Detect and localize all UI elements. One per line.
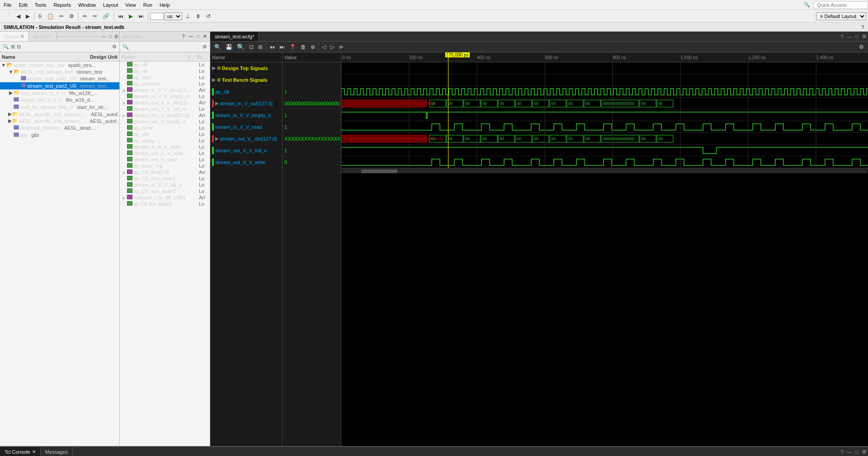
obj-item-17[interactable]: ▶ap_CS_fsm[2:0]Arr [120,169,210,175]
obj-item-0[interactable]: ap_clkLo [120,61,210,68]
obj-expand-6[interactable]: ▶ [122,100,127,105]
obj-item-19[interactable]: stream_in_V_V_blk_nLo [120,182,210,188]
obj-settings-btn[interactable]: ⚙ [202,44,208,50]
tab-messages[interactable]: Messages [41,447,73,456]
obj-item-15[interactable]: stream_len_V_readLo [120,156,210,163]
console-minimize[interactable]: — [845,449,854,455]
wave-name-4[interactable]: stream_in_V_V_empty_n [210,109,282,121]
tree-item-10[interactable]: glblglbl [0,132,119,139]
scope-collapse-btn[interactable]: ⊟ [16,44,22,50]
menu-window[interactable]: Window [75,1,99,9]
obj-item-18[interactable]: ap_CS_fsm_state1Lo [120,175,210,182]
wave-btn2[interactable]: ▷ [328,42,337,52]
tree-item-7[interactable]: ▶📁AESL_autofifo_inst_stream_i...AESL_aut… [0,111,119,118]
tree-item-5[interactable]: stream_len_V_c_Ufifo_w16_d... [0,96,119,103]
obj-item-14[interactable]: stream_out_V_V_writeLo [120,150,210,156]
wave-del-marker-btn[interactable]: 🗑 [298,42,308,52]
tree-expand-8[interactable]: ▶ [8,118,12,124]
obj-item-13[interactable]: stream_in_V_V_readLo [120,144,210,150]
left-panel-expand[interactable]: ⊞ [113,34,119,39]
down-btn[interactable]: ⊥ [183,11,192,21]
tree-item-3[interactable]: stream_test_part2_U0stream_test... [0,82,119,89]
link-btn[interactable]: 🔗 [100,11,112,21]
left-panel-maximize[interactable]: □ [108,34,113,39]
wave-group-expand-0[interactable]: ▶ [212,65,216,71]
console-maximize[interactable]: □ [854,449,860,455]
menu-layout[interactable]: Layout [99,1,122,9]
wave-cursor-btn[interactable]: ⊕ [308,42,317,52]
obj-item-4[interactable]: ▶stream_in_V_V_dout[12...Arr [120,87,210,93]
obj-expand-4[interactable]: ▶ [122,88,127,93]
tab-scope[interactable]: Scope ✕ [0,32,29,41]
menu-run[interactable]: Run [140,1,156,9]
tree-item-6[interactable]: start_for_stream_bkb_Ustart_for_str... [0,103,119,111]
tree-item-2[interactable]: stream_test_part1_U0stream_test... [0,75,119,82]
obj-item-8[interactable]: ▶stream_len_V_dout[15:0]Arr [120,112,210,118]
wave-maximize[interactable]: □ [854,34,860,39]
obj-item-9[interactable]: stream_len_V_empty_nLo [120,118,210,125]
wave-name-3[interactable]: ▶stream_in_V_out[127:0] [210,98,282,109]
tree-expand-4[interactable]: ▶ [8,90,14,96]
help-icon[interactable]: ? [861,24,864,30]
wave-graph-area[interactable]: 375,000 ps 0 ns 200 ns 400 ns 600 ns 800… [341,52,868,446]
copy-btn[interactable]: ⎘ [36,11,44,21]
layout-select[interactable]: ≡ Default Layout [816,12,866,20]
obj-expand-8[interactable]: ▶ [122,113,127,118]
left-panel-minimize[interactable]: — [100,34,108,39]
wave-name-5[interactable]: stream_in_V_V_read [210,121,282,133]
tab-tcl-console[interactable]: Tcl Console ✕ [0,447,41,456]
back-btn[interactable]: ◀ [14,11,23,21]
tree-expand-1[interactable]: ▼ [8,69,14,75]
obj-expand-21[interactable]: ▶ [122,195,127,200]
wave-settings-btn[interactable]: ⚙ [857,42,866,52]
compile-btn[interactable]: ✏ [80,11,90,21]
wave-group-expand-1[interactable]: ▶ [212,77,216,83]
wave-zoom-range-btn[interactable]: ⊞ [256,42,265,52]
wave-fit-btn[interactable]: ⊡ [247,42,256,52]
wave-sig-expand-3[interactable]: ▶ [215,101,219,106]
tree-expand-7[interactable]: ▶ [8,111,12,117]
tree-item-0[interactable]: ▼📂apatb_stream_test_topapatb_stra... [0,61,119,68]
wave-name-8[interactable]: stream_out_V_V_write [210,156,282,168]
menu-tools[interactable]: Tools [31,1,50,9]
objects-help[interactable]: ? [181,34,186,39]
wave-expand[interactable]: ⊞ [860,33,868,39]
menu-reports[interactable]: Reports [50,1,75,9]
obj-item-12[interactable]: ap_readyLo [120,137,210,144]
paste-btn[interactable]: 📋 [45,11,56,21]
wave-zoom-out-btn[interactable]: 🔍 [235,42,247,52]
tree-item-1[interactable]: ▼📂AESL_inst_stream_teststream_test [0,68,119,75]
menu-edit[interactable]: Edit [15,1,31,9]
scope-expand-btn[interactable]: ⊞ [10,44,16,50]
sim-unit-select[interactable]: usnspsms [165,12,182,20]
step-btn[interactable]: ⏭ [136,11,146,21]
settings-btn[interactable]: ⚙ [67,11,76,21]
obj-item-5[interactable]: stream_in_V_V_empty_nLo [120,93,210,99]
scope-tab-close[interactable]: ✕ [20,34,24,39]
obj-item-7[interactable]: stream_out_V_V_full_nLo [120,106,210,112]
scope-settings-btn[interactable]: ⚙ [111,44,118,50]
wave-name-0[interactable]: ▶⊞Design Top Signals [210,62,282,74]
h-scrollbar[interactable] [343,169,866,173]
obj-item-20[interactable]: ap_CS_fsm_state2Lo [120,188,210,194]
objects-maximize[interactable]: □ [195,34,201,39]
objects-close[interactable]: ✕ [202,34,208,39]
obj-item-2[interactable]: ap_startLo [120,74,210,80]
forward-btn[interactable]: ▶ [24,11,32,21]
obj-item-11[interactable]: ap_idleLo [120,131,210,137]
wave-sig-expand-6[interactable]: ▶ [215,136,219,141]
wave-name-7[interactable]: stream_out_V_V_full_n [210,145,282,156]
tcl-tab-close[interactable]: ✕ [32,449,36,454]
console-help[interactable]: ? [839,449,845,455]
wave-name-2[interactable]: ap_clk [210,86,282,98]
run-btn[interactable]: ▶ [127,11,135,21]
scope-search-btn[interactable]: 🔍 [2,44,10,50]
wave-add-marker-btn[interactable]: 📍 [287,42,298,52]
objects-minimize[interactable]: — [187,34,194,39]
wave-btn1[interactable]: ◁ [320,42,328,52]
menu-view[interactable]: View [122,1,140,9]
obj-item-22[interactable]: ap CS fsm state3Lo [120,201,210,207]
prev-btn[interactable]: ⏮ [116,11,126,21]
tree-item-9[interactable]: deadlock_detectorAESL_dead... [0,124,119,132]
wave-tab-main[interactable]: stream_test.wcfg* [210,32,259,41]
